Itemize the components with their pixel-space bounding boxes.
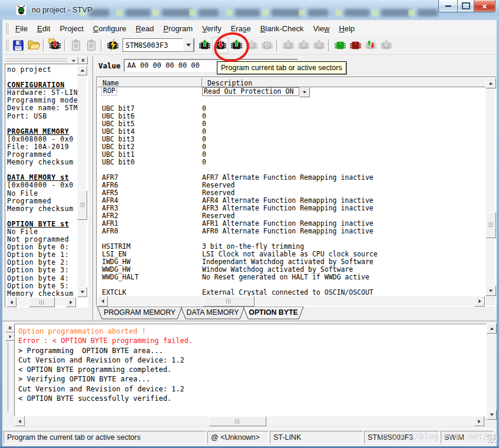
log-panel-gripper[interactable]	[8, 342, 11, 411]
chevron-down-icon	[303, 91, 306, 94]
table-row[interactable]: UBC bit40	[97, 128, 485, 136]
menu-verify[interactable]: Verify	[197, 22, 226, 35]
row-description: Read Out Protection ON	[202, 87, 485, 97]
table-row[interactable]: AFR0AFR0 Alternate Function Remapping in…	[97, 228, 485, 235]
sidebar-vscrollbar-thumb[interactable]	[77, 190, 87, 220]
memory-tabs: PROGRAM MEMORYDATA MEMORYOPTION BYTE	[96, 307, 495, 321]
clipboard-icon	[70, 39, 82, 52]
table-row[interactable]: UBC bit70	[97, 105, 485, 113]
auto-program-button[interactable]	[363, 38, 378, 53]
table-vscrollbar-thumb[interactable]	[485, 212, 496, 238]
erase-device-button[interactable]	[348, 38, 363, 53]
sidebar-hscrollbar-right-arrow[interactable]	[66, 297, 76, 307]
menu-project[interactable]: Project	[55, 22, 88, 35]
save-button[interactable]	[11, 38, 26, 53]
log-vscrollbar-down-arrow[interactable]	[487, 410, 497, 420]
project-info-line: Option byte 3:	[7, 266, 80, 274]
table-row[interactable]: UBC bit60	[97, 113, 485, 120]
log-hscrollbar-left-arrow[interactable]	[15, 416, 25, 426]
tab-data-memory[interactable]: DATA MEMORY	[181, 307, 244, 319]
sidebar-vscrollbar-down-arrow[interactable]	[77, 287, 87, 297]
toolbar-separator	[64, 39, 67, 51]
chip-gray-up-icon	[245, 38, 259, 52]
menu-blankcheck[interactable]: Blank-Check	[256, 22, 309, 35]
open-file-to-chip-button[interactable]	[47, 38, 62, 53]
menu-configure[interactable]: Configure	[88, 22, 131, 35]
log-hscrollbar[interactable]	[15, 416, 484, 425]
tab-option-byte[interactable]: OPTION BYTE	[243, 307, 303, 319]
menu-file[interactable]: File	[11, 22, 32, 35]
option-byte-table: Name Description ROPRead Out Protection …	[96, 77, 497, 307]
toolbar-gripper[interactable]	[5, 39, 8, 51]
table-vscrollbar[interactable]	[485, 78, 495, 296]
menu-read[interactable]: Read	[131, 22, 158, 35]
row-description: 0	[202, 151, 485, 159]
table-row[interactable]: UBC bit50	[97, 120, 485, 128]
log-line: < OPTION BYTE programming completed.	[18, 365, 485, 374]
sidebar-hscrollbar-left-arrow[interactable]	[6, 297, 16, 307]
read-current-tab-button[interactable]	[197, 38, 212, 53]
project-info-line: CONFIGURATION	[7, 81, 80, 89]
log-close-button[interactable]: ×	[5, 324, 15, 332]
table-row[interactable]: WWDG_HALTNo Reset generated on HALT if W…	[97, 274, 485, 281]
close-button[interactable]: ×	[474, 0, 495, 12]
device-select-arrow-button[interactable]	[183, 38, 194, 52]
table-row[interactable]: UBC bit00	[97, 159, 485, 166]
minimize-button[interactable]	[438, 0, 458, 12]
rop-combobox-arrow-button[interactable]	[299, 87, 310, 97]
menu-help[interactable]: Help	[334, 22, 359, 35]
background-tab-favicon	[116, 9, 123, 16]
panel-splitter[interactable]	[92, 56, 95, 320]
sidebar-vscrollbar-up-arrow[interactable]	[77, 65, 87, 75]
sidebar-hscrollbar-thumb[interactable]	[29, 297, 55, 307]
menu-edit[interactable]: Edit	[32, 22, 55, 35]
sidebar-hscrollbar[interactable]	[6, 297, 76, 306]
table-row[interactable]: ROPRead Out Protection ON	[97, 87, 485, 97]
project-info-line: OPTION BYTE st	[7, 220, 80, 228]
project-info-line: Option byte 5:	[7, 282, 80, 290]
menu-view[interactable]: View	[308, 22, 334, 35]
configure-device-button[interactable]	[105, 38, 120, 53]
menu-program[interactable]: Program	[158, 22, 197, 35]
table-row[interactable]: UBC bit10	[97, 151, 485, 159]
log-expand-button[interactable]	[5, 332, 15, 341]
log-vscrollbar[interactable]	[487, 324, 495, 420]
status-segment-0: Program the current tab or active sector…	[4, 431, 206, 444]
log-line: Cut Version and Revision of device: 1.2	[18, 384, 485, 394]
verify-current-tab-button[interactable]	[229, 38, 244, 53]
table-row[interactable]: UBC bit20	[97, 143, 485, 151]
log-vscrollbar-up-arrow[interactable]	[487, 324, 497, 334]
rop-combobox[interactable]: Read Out Protection ON	[202, 87, 310, 96]
table-hscrollbar[interactable]	[97, 296, 485, 305]
thumb-grip	[488, 223, 493, 228]
blank-check-button[interactable]	[332, 38, 348, 53]
maximize-button[interactable]	[457, 0, 475, 12]
tab-program-memory[interactable]: PROGRAM MEMORY	[97, 307, 182, 319]
menu-erase[interactable]: Erase	[226, 22, 256, 35]
row-description: 0	[202, 105, 485, 113]
background-tab-favicon	[262, 9, 269, 16]
table-row	[97, 97, 485, 105]
table-row[interactable]: AFR3AFR3 Alternate Function Remapping in…	[97, 205, 485, 212]
device-select[interactable]: STM8S003F3	[123, 38, 194, 52]
project-info-line: Not programmed	[7, 236, 80, 243]
open-button[interactable]	[26, 38, 41, 53]
table-row[interactable]: AFR6Reserved	[97, 182, 485, 189]
sidebar-vscrollbar[interactable]	[77, 65, 86, 297]
table-vscrollbar-down-arrow[interactable]	[485, 285, 496, 296]
table-hscrollbar-right-arrow[interactable]	[474, 296, 485, 307]
row-description: AFR0 Alternate Function Remapping inacti…	[202, 228, 485, 235]
log-hscrollbar-right-arrow[interactable]	[474, 416, 484, 426]
chip-green-up-icon	[198, 38, 212, 52]
log-line: Option programmation aborted !	[18, 327, 485, 336]
program-current-tab-button[interactable]	[212, 37, 229, 54]
table-hscrollbar-left-arrow[interactable]	[97, 296, 108, 307]
sidebar-gripper[interactable]: ×	[5, 56, 87, 64]
table-hscrollbar-thumb[interactable]	[203, 296, 255, 307]
table-row[interactable]: UBC bit30	[97, 136, 485, 143]
table-row[interactable]: AFR7AFR7 Alternate Function Remapping in…	[97, 174, 485, 182]
project-info-line: Device name: STM8S003F3	[7, 104, 80, 112]
menubar-gripper[interactable]	[5, 23, 8, 35]
log-hscrollbar-thumb[interactable]	[209, 416, 266, 426]
table-vscrollbar-up-arrow[interactable]	[485, 78, 496, 88]
